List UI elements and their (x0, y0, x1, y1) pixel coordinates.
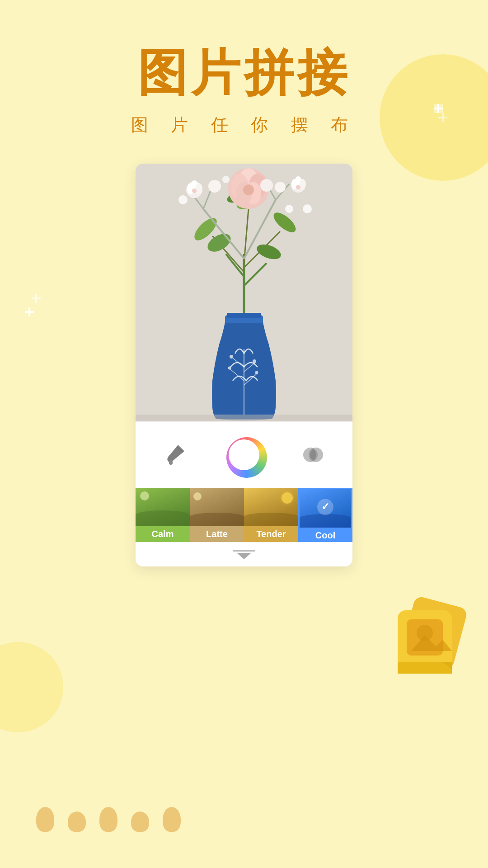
svg-point-40 (303, 204, 312, 213)
vase-scene (136, 164, 352, 421)
footprint-5 (163, 807, 181, 832)
filter-calm-label: Calm (152, 529, 174, 539)
filter-cool-label: Cool (315, 530, 335, 541)
footprint-4 (131, 811, 149, 832)
svg-point-52 (255, 371, 258, 374)
content-card: Calm Latte Tender (136, 164, 352, 566)
filter-cool[interactable]: ✓ Cool (298, 488, 352, 542)
footprint-3 (99, 807, 117, 832)
chevron-bar[interactable] (136, 542, 352, 566)
color-inner (229, 439, 259, 470)
svg-point-29 (195, 183, 202, 194)
app-subtitle: 图 片 任 你 摆 布 (0, 113, 488, 137)
svg-point-39 (275, 182, 286, 193)
footprint-1 (36, 807, 54, 832)
svg-point-37 (208, 180, 221, 193)
bg-circle-bottom (0, 642, 63, 732)
svg-rect-66 (398, 662, 452, 674)
svg-point-36 (296, 185, 300, 189)
filter-latte[interactable]: Latte (190, 488, 244, 542)
collage-app-icon[interactable] (384, 588, 474, 678)
svg-point-38 (260, 179, 273, 192)
svg-point-49 (230, 355, 233, 359)
footprints (36, 807, 181, 832)
brush-tool[interactable] (163, 442, 188, 467)
svg-point-26 (243, 184, 254, 195)
color-wheel-button[interactable] (224, 434, 264, 475)
filter-calm[interactable]: Calm (136, 488, 190, 542)
cool-checkmark: ✓ (321, 501, 329, 513)
svg-point-43 (285, 205, 293, 213)
sparkle-2 (32, 294, 41, 303)
svg-point-34 (300, 179, 306, 189)
svg-rect-57 (169, 460, 173, 465)
footprint-2 (68, 811, 86, 832)
svg-point-42 (222, 176, 230, 183)
filter-strip: Calm Latte Tender (136, 488, 352, 542)
chevron-down-icon (237, 553, 251, 559)
photo-preview[interactable] (136, 164, 352, 421)
blend-tool[interactable] (300, 442, 325, 467)
svg-rect-54 (227, 313, 261, 318)
svg-point-51 (228, 367, 231, 370)
svg-rect-56 (136, 415, 352, 421)
filter-latte-label: Latte (206, 529, 228, 539)
svg-point-41 (178, 195, 188, 204)
filter-tender[interactable]: Tender (244, 488, 298, 542)
toolbar (136, 421, 352, 488)
header: 图片拼接 图 片 任 你 摆 布 (0, 0, 488, 137)
filter-tender-label: Tender (256, 529, 286, 539)
app-title: 图片拼接 (0, 45, 488, 100)
svg-point-31 (192, 189, 197, 193)
sparkle-1 (25, 307, 34, 316)
svg-point-50 (253, 359, 256, 363)
